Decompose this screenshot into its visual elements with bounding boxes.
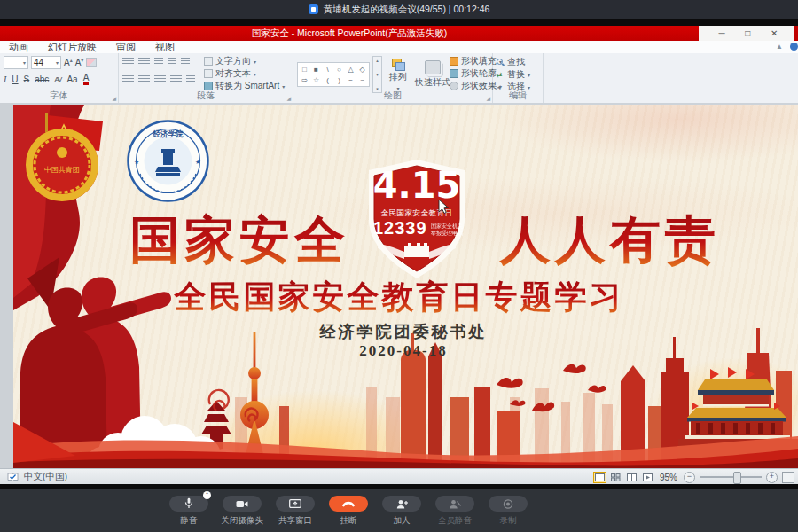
- language-indicator[interactable]: 中文(中国): [24, 471, 67, 483]
- justify-icon[interactable]: [170, 75, 182, 83]
- security-day-badge: 4.15 全民国家安全教育日 12339 国家安全机关举报受理电话: [365, 158, 468, 282]
- titlebar-red-sliver: [794, 26, 798, 41]
- quick-styles-button[interactable]: 快速样式: [414, 60, 451, 89]
- fit-to-window-button[interactable]: [782, 472, 794, 483]
- italic-icon[interactable]: I: [4, 75, 6, 84]
- zoom-slider-thumb[interactable]: [733, 472, 741, 484]
- tab-animation[interactable]: 动画: [9, 41, 28, 54]
- drawing-group-label: 绘图: [293, 90, 492, 102]
- drawing-dialog-launcher[interactable]: ◢: [486, 95, 490, 101]
- font-group-label: 字体: [0, 90, 118, 102]
- arrange-button[interactable]: 排列▾: [385, 59, 411, 91]
- meeting-app-icon: [309, 4, 318, 14]
- align-right-icon[interactable]: [154, 75, 166, 83]
- zoom-level[interactable]: 95%: [660, 473, 677, 482]
- slide-title-right: 人人有责: [483, 207, 737, 275]
- ppt-window-controls: ─ □ ✕: [699, 26, 798, 41]
- clear-formatting-icon[interactable]: [86, 58, 97, 67]
- shapes-scrollbar[interactable]: ▴▾▾: [372, 56, 382, 93]
- school-emblem: 经济学院 ★ ★: [126, 119, 210, 203]
- maximize-button[interactable]: □: [745, 29, 750, 38]
- grow-font-icon[interactable]: A▴: [64, 57, 73, 67]
- numbering-icon[interactable]: [138, 58, 150, 66]
- hangup-icon: [341, 498, 356, 509]
- mouse-cursor: [438, 199, 450, 215]
- spellcheck-icon[interactable]: [7, 472, 19, 482]
- tab-slideshow[interactable]: 幻灯片放映: [48, 41, 97, 54]
- svg-text:★: ★: [195, 159, 200, 165]
- character-spacing-icon[interactable]: AV: [54, 76, 61, 83]
- slide-date: 2020-04-18: [35, 342, 771, 360]
- font-color-icon[interactable]: A: [83, 74, 90, 85]
- decrease-indent-icon[interactable]: [154, 58, 163, 66]
- screen: 黄埔机发起的视频会议(49/55) | 00:12:46 国家安全 - Micr…: [0, 0, 798, 532]
- reading-view-button[interactable]: [626, 473, 638, 482]
- bullets-icon[interactable]: [122, 58, 134, 66]
- columns-icon[interactable]: [186, 75, 195, 83]
- paragraph-dialog-launcher[interactable]: ◢: [286, 95, 291, 101]
- zoom-in-button[interactable]: +: [766, 472, 778, 483]
- mute-button[interactable]: ⌃ 静音: [169, 496, 208, 527]
- share-window-button[interactable]: 共享窗口: [276, 496, 315, 527]
- strikethrough-icon[interactable]: abc: [35, 75, 49, 84]
- record-icon: [502, 498, 514, 510]
- align-left-icon[interactable]: [122, 75, 134, 83]
- align-center-icon[interactable]: [138, 75, 150, 83]
- align-text-button[interactable]: 对齐文本▾: [204, 67, 256, 80]
- normal-view-button[interactable]: [594, 473, 606, 482]
- shrink-font-icon[interactable]: A▾: [75, 57, 84, 67]
- font-group: ▾ 44▾ A▴ A▾ I U S abc AV Aa A 字体 ◢: [0, 53, 119, 103]
- editing-group-label: 编辑: [493, 90, 543, 102]
- camera-icon: [235, 498, 249, 510]
- add-person-icon: [395, 498, 409, 510]
- badge-date: 4.15: [365, 165, 468, 206]
- mute-all-button[interactable]: 全员静音: [435, 496, 474, 527]
- replace-icon: [497, 71, 505, 79]
- svg-text:★: ★: [134, 159, 139, 165]
- ppt-window-title: 国家安全 - Microsoft PowerPoint(产品激活失败): [252, 27, 448, 40]
- font-name-combo[interactable]: ▾: [4, 56, 28, 69]
- help-icon[interactable]: [790, 43, 798, 51]
- hangup-button[interactable]: 挂断: [329, 496, 368, 527]
- add-person-button[interactable]: 加人: [382, 496, 421, 527]
- shadow-icon[interactable]: S: [24, 75, 30, 84]
- shapes-gallery[interactable]: □■ \○ △◇ ⇨☆ () −~: [297, 62, 370, 87]
- increase-indent-icon[interactable]: [168, 58, 176, 66]
- slideshow-view-button[interactable]: [642, 473, 653, 482]
- slide-sorter-view-button[interactable]: [610, 473, 622, 482]
- share-screen-icon: [288, 498, 302, 510]
- slide-subtitle: 全民国家安全教育日专题学习: [35, 276, 763, 319]
- replace-button[interactable]: 替换▾: [497, 68, 530, 81]
- text-direction-button[interactable]: 文字方向▾: [204, 55, 256, 67]
- change-case-icon[interactable]: Aa: [66, 75, 77, 84]
- tab-review[interactable]: 审阅: [116, 41, 136, 54]
- audio-options-badge[interactable]: ⌃: [203, 491, 211, 499]
- find-icon: [497, 59, 505, 66]
- camera-off-button[interactable]: 关闭摄像头: [223, 496, 262, 527]
- line-spacing-icon[interactable]: [181, 58, 190, 66]
- minimize-button[interactable]: ─: [719, 29, 725, 38]
- zoom-slider[interactable]: [700, 476, 762, 478]
- paragraph-group-label: 段落: [119, 90, 293, 102]
- tab-view[interactable]: 视图: [155, 41, 175, 54]
- font-size-combo[interactable]: 44▾: [31, 56, 61, 69]
- quick-styles-icon: [425, 60, 441, 74]
- record-button[interactable]: 录制: [489, 496, 528, 527]
- minimize-ribbon-icon[interactable]: ▲: [776, 43, 783, 51]
- close-button[interactable]: ✕: [771, 29, 778, 38]
- ppt-statusbar: 中文(中国) 95% − +: [0, 468, 798, 484]
- league-emblem-text: 中国共青团: [44, 166, 80, 174]
- meeting-control-bar: ⌃ 静音 关闭摄像头: [0, 489, 798, 532]
- slide-organization: 经济学院团委秘书处: [35, 321, 771, 342]
- underline-icon[interactable]: U: [12, 75, 18, 84]
- zoom-out-button[interactable]: −: [684, 472, 695, 483]
- font-dialog-launcher[interactable]: ◢: [112, 95, 116, 101]
- microphone-icon: [182, 497, 196, 510]
- ribbon: ▾ 44▾ A▴ A▾ I U S abc AV Aa A 字体 ◢: [0, 53, 798, 105]
- youth-league-emblem: 中国共青团: [18, 110, 106, 203]
- ppt-titlebar: 国家安全 - Microsoft PowerPoint(产品激活失败): [0, 26, 699, 41]
- meeting-topbar: 黄埔机发起的视频会议(49/55) | 00:12:46: [0, 0, 798, 19]
- find-button[interactable]: 查找: [497, 56, 525, 68]
- watermark: .COM: [164, 433, 189, 442]
- mute-all-icon: [448, 498, 462, 510]
